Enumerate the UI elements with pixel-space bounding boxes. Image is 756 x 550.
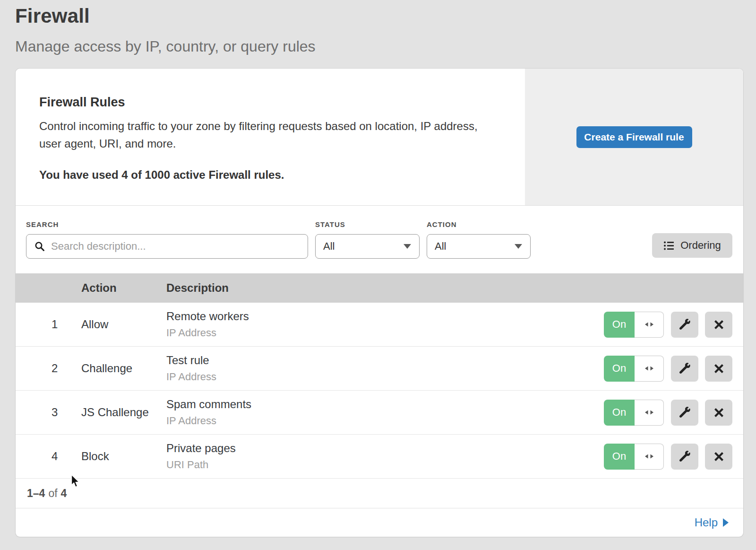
left-right-arrows-icon — [642, 321, 656, 328]
pagination: 1–4 of 4 — [16, 479, 743, 508]
edit-rule-button[interactable] — [671, 400, 698, 426]
table-row: 4 Block Private pages URI Path On — [16, 435, 743, 479]
wrench-icon — [679, 318, 691, 331]
edit-rule-button[interactable] — [671, 444, 698, 470]
delete-rule-button[interactable] — [705, 356, 732, 382]
search-input[interactable] — [26, 234, 308, 259]
create-firewall-rule-button[interactable]: Create a Firewall rule — [576, 126, 692, 148]
rule-description-cell: Spam comments IP Address — [166, 398, 604, 427]
pagination-total: 4 — [61, 487, 67, 500]
rule-description-cell: Test rule IP Address — [166, 354, 604, 383]
toggle-drag-handle[interactable] — [635, 356, 664, 382]
rule-description-cell: Remote workers IP Address — [166, 310, 604, 339]
rule-match-type: URI Path — [166, 459, 604, 471]
action-label: ACTION — [427, 220, 531, 228]
rule-priority: 2 — [16, 362, 81, 375]
rule-match-type: IP Address — [166, 371, 604, 383]
status-select[interactable]: All — [315, 234, 420, 259]
search-icon — [34, 241, 45, 252]
hero-text: Firewall Rules Control incoming traffic … — [16, 69, 525, 205]
rule-description: Remote workers — [166, 310, 604, 323]
rule-action: Challenge — [81, 362, 166, 375]
toggle-drag-handle[interactable] — [635, 312, 664, 338]
rule-action: Block — [81, 450, 166, 463]
rule-description: Spam comments — [166, 398, 604, 411]
rule-description-cell: Private pages URI Path — [166, 442, 604, 471]
edit-rule-button[interactable] — [671, 356, 698, 382]
search-field[interactable] — [51, 240, 300, 253]
column-description: Description — [166, 281, 604, 295]
status-group: STATUS All — [315, 220, 420, 273]
rule-priority: 4 — [16, 450, 81, 463]
page-title: Firewall — [15, 5, 756, 27]
pagination-range: 1–4 — [27, 487, 45, 500]
rule-match-type: IP Address — [166, 327, 604, 339]
close-icon — [713, 451, 724, 462]
rule-controls: On — [604, 312, 743, 338]
hero-aside: Create a Firewall rule — [525, 69, 743, 205]
usage-summary: You have used 4 of 1000 active Firewall … — [39, 168, 497, 182]
hero-heading: Firewall Rules — [39, 95, 497, 110]
table-row: 2 Challenge Test rule IP Address On — [16, 347, 743, 391]
delete-rule-button[interactable] — [705, 400, 732, 426]
help-footer: Help — [16, 508, 743, 537]
toggle-drag-handle[interactable] — [635, 400, 664, 426]
wrench-icon — [679, 450, 691, 463]
page-header: Firewall Manage access by IP, country, o… — [0, 0, 756, 55]
rule-toggle: On — [604, 356, 664, 382]
chevron-down-icon — [515, 244, 522, 249]
delete-rule-button[interactable] — [705, 444, 732, 470]
filters-bar: SEARCH STATUS All ACTION All — [16, 206, 743, 273]
column-action: Action — [81, 281, 166, 295]
status-label: STATUS — [315, 220, 420, 228]
arrow-right-icon — [723, 518, 729, 527]
rule-controls: On — [604, 444, 743, 470]
close-icon — [713, 363, 724, 374]
search-label: SEARCH — [26, 220, 308, 228]
firewall-rules-card: Firewall Rules Control incoming traffic … — [16, 69, 743, 537]
rule-description: Test rule — [166, 354, 604, 367]
hero-section: Firewall Rules Control incoming traffic … — [16, 69, 743, 206]
rule-toggle: On — [604, 444, 664, 470]
rule-match-type: IP Address — [166, 415, 604, 427]
close-icon — [713, 407, 724, 418]
left-right-arrows-icon — [642, 453, 656, 460]
page-subtitle: Manage access by IP, country, or query r… — [15, 38, 756, 55]
toggle-drag-handle[interactable] — [635, 444, 664, 470]
wrench-icon — [679, 362, 691, 375]
rule-priority: 1 — [16, 318, 81, 331]
toggle-on-button[interactable]: On — [604, 444, 635, 470]
table-header: Action Description — [16, 273, 743, 303]
toggle-on-button[interactable]: On — [604, 400, 635, 426]
hero-description: Control incoming traffic to your zone by… — [39, 117, 497, 152]
left-right-arrows-icon — [642, 365, 656, 372]
ordering-button[interactable]: Ordering — [652, 233, 732, 258]
toggle-on-button[interactable]: On — [604, 356, 635, 382]
rules-list: 1 Allow Remote workers IP Address On — [16, 303, 743, 479]
rule-action: JS Challenge — [81, 406, 166, 419]
rule-toggle: On — [604, 312, 664, 338]
rule-priority: 3 — [16, 406, 81, 419]
chevron-down-icon — [404, 244, 411, 249]
action-group: ACTION All — [427, 220, 531, 273]
action-select[interactable]: All — [427, 234, 531, 259]
list-icon — [663, 240, 674, 251]
mouse-cursor — [69, 474, 82, 488]
edit-rule-button[interactable] — [671, 312, 698, 338]
toggle-on-button[interactable]: On — [604, 312, 635, 338]
rule-controls: On — [604, 400, 743, 426]
left-right-arrows-icon — [642, 409, 656, 416]
delete-rule-button[interactable] — [705, 312, 732, 338]
rule-action: Allow — [81, 318, 166, 331]
close-icon — [713, 319, 724, 330]
table-row: 3 JS Challenge Spam comments IP Address … — [16, 391, 743, 435]
rule-toggle: On — [604, 400, 664, 426]
table-row: 1 Allow Remote workers IP Address On — [16, 303, 743, 347]
wrench-icon — [679, 406, 691, 419]
rule-controls: On — [604, 356, 743, 382]
help-link[interactable]: Help — [695, 516, 729, 529]
search-group: SEARCH — [26, 220, 308, 273]
rule-description: Private pages — [166, 442, 604, 455]
